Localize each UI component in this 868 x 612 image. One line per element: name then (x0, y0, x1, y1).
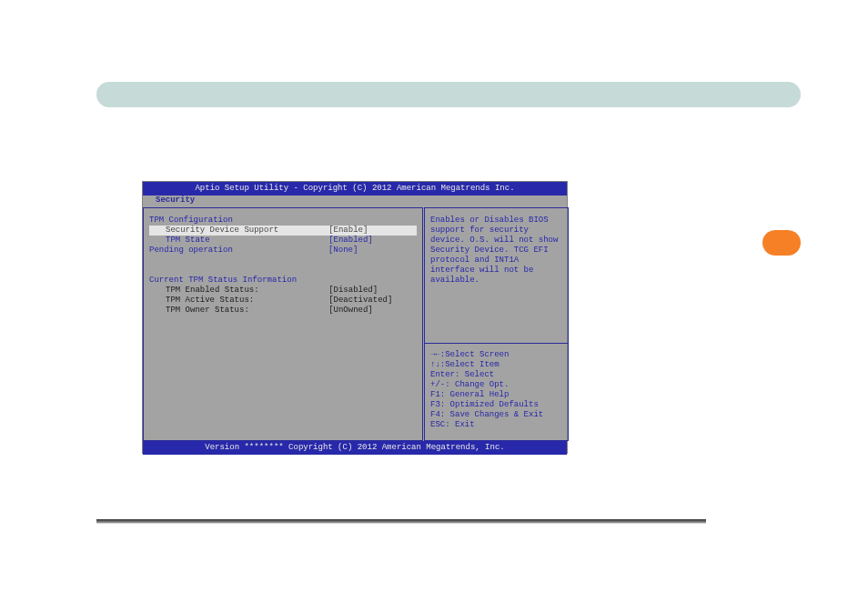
row-tpm-state-label: TPM State (166, 236, 328, 246)
bios-tab-security[interactable]: Security (152, 196, 198, 206)
row-tpm-owner-status-value: [UnOwned] (328, 306, 417, 316)
key-change-opt: +/-: Change Opt. (430, 380, 565, 390)
row-tpm-enabled-status: TPM Enabled Status: [Disabled] (149, 286, 417, 296)
row-security-device-support-value: [Enable] (328, 226, 417, 236)
bios-footer: Version ******** Copyright (C) 2012 Amer… (143, 441, 567, 455)
bios-tab-bar: Security (152, 196, 198, 207)
bios-right-separator (425, 343, 568, 344)
row-security-device-support-label: Security Device Support (166, 226, 278, 235)
row-security-device-support[interactable]: Security Device Support [Enable] (149, 226, 417, 236)
group-tpm-config-title: TPM Configuration (149, 216, 417, 226)
bios-title: Aptio Setup Utility - Copyright (C) 2012… (143, 182, 567, 196)
row-tpm-state[interactable]: TPM State [Enabled] (149, 236, 417, 246)
row-tpm-owner-status-label: TPM Owner Status: (166, 306, 328, 316)
row-pending-operation[interactable]: Pending operation [None] (149, 246, 417, 256)
row-pending-operation-value: [None] (328, 246, 417, 256)
row-tpm-state-value: [Enabled] (328, 236, 417, 246)
page-pill (762, 230, 801, 256)
row-tpm-active-status-label: TPM Active Status: (166, 296, 328, 306)
key-optimized: F3: Optimized Defaults (430, 400, 565, 410)
key-select-item: ↑↓:Select Item (430, 360, 565, 370)
row-tpm-owner-status: TPM Owner Status: [UnOwned] (149, 306, 417, 316)
row-pending-operation-label: Pending operation (149, 246, 328, 256)
heading-bar (96, 82, 801, 107)
key-general-help: F1: General Help (430, 390, 565, 400)
bios-screenshot: Aptio Setup Utility - Copyright (C) 2012… (142, 181, 568, 454)
row-tpm-active-status: TPM Active Status: [Deactivated] (149, 296, 417, 306)
key-select-screen: →←:Select Screen (430, 350, 565, 360)
row-tpm-enabled-status-value: [Disabled] (328, 286, 417, 296)
row-tpm-active-status-value: [Deactivated] (328, 296, 417, 306)
bios-help-text: Enables or Disables BIOS support for sec… (430, 216, 562, 286)
key-esc: ESC: Exit (430, 420, 565, 430)
key-enter: Enter: Select (430, 370, 565, 380)
key-save-exit: F4: Save Changes & Exit (430, 410, 565, 420)
bios-body: TPM Configuration Security Device Suppor… (143, 207, 567, 441)
bios-left-panel: TPM Configuration Security Device Suppor… (143, 207, 423, 441)
group-tpm-status-title: Current TPM Status Information (149, 276, 417, 286)
row-tpm-enabled-status-label: TPM Enabled Status: (166, 286, 328, 296)
bios-right-panel: Enables or Disables BIOS support for sec… (424, 207, 569, 441)
bios-key-help: →←:Select Screen ↑↓:Select Item Enter: S… (430, 350, 565, 430)
section-rule (96, 519, 706, 523)
